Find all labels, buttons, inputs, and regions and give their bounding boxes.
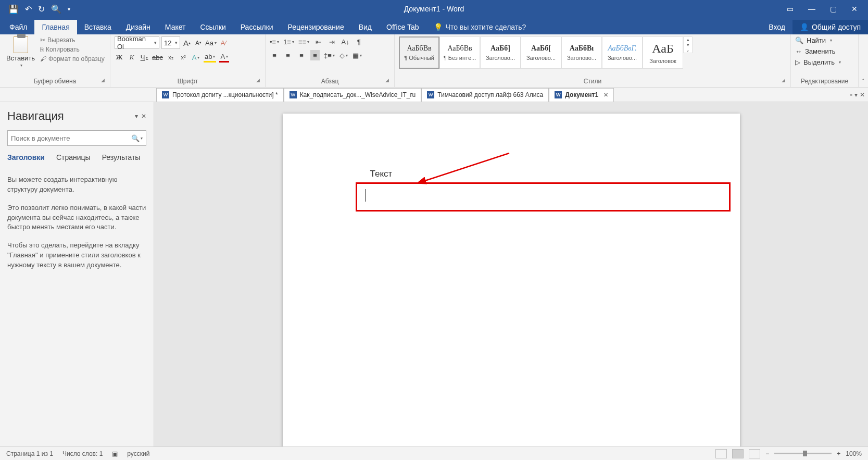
superscript-button[interactable]: x² [179, 52, 188, 63]
collapse-ribbon-icon[interactable]: ˄ [862, 78, 865, 85]
zoom-in-icon[interactable]: + [837, 450, 840, 457]
highlight-color-button[interactable]: ab▾ [204, 52, 216, 63]
status-word-count[interactable]: Число слов: 1 [62, 450, 103, 457]
shading-icon[interactable]: ◇▾ [339, 50, 348, 60]
style-tile-2[interactable]: АаБб]Заголово... [480, 36, 521, 69]
nav-close-icon[interactable]: ✕ [141, 113, 146, 120]
show-marks-icon[interactable]: ¶ [354, 36, 363, 47]
align-left-icon[interactable]: ≡ [270, 50, 279, 60]
ribbon-display-icon[interactable]: ▭ [787, 5, 794, 13]
grow-font-icon[interactable]: A▴ [182, 38, 192, 48]
status-language[interactable]: русский [127, 450, 149, 457]
nav-search[interactable]: 🔍▾ [7, 130, 146, 146]
tab-review[interactable]: Рецензирование [281, 20, 351, 34]
style-tile-1[interactable]: АаБбВв¶ Без инте... [439, 36, 480, 69]
document-area[interactable]: Текст [154, 102, 868, 460]
document-page[interactable]: Текст [283, 114, 740, 460]
clear-formatting-icon[interactable]: A⁄ [219, 38, 228, 48]
cut-button[interactable]: ✂Вырезать [40, 36, 105, 44]
decrease-indent-icon[interactable]: ⇤ [313, 36, 323, 47]
document-tab-0[interactable]: WПротокол допиту ...кциональности] * [156, 88, 284, 102]
maximize-icon[interactable]: ▢ [830, 5, 837, 13]
sort-icon[interactable]: A↓ [341, 36, 350, 47]
style-tile-0[interactable]: АаБбВв¶ Обычный [399, 36, 439, 69]
styles-scroll-icon[interactable]: ▴ [684, 37, 692, 42]
subscript-button[interactable]: x₂ [166, 52, 175, 63]
print-preview-icon[interactable]: 🔍 [51, 4, 61, 14]
copy-button[interactable]: ⎘Копировать [40, 46, 105, 53]
close-tab-icon[interactable]: ✕ [603, 92, 608, 98]
launcher-icon[interactable]: ◢ [256, 78, 260, 83]
view-read-icon[interactable] [715, 449, 727, 458]
strikethrough-button[interactable]: abc [152, 52, 163, 63]
tab-office-tab[interactable]: Office Tab [379, 20, 426, 34]
launcher-icon[interactable]: ◢ [385, 78, 389, 83]
align-center-icon[interactable]: ≡ [283, 50, 293, 60]
change-case-icon[interactable]: Aa▾ [205, 38, 217, 48]
italic-button[interactable]: К [127, 52, 136, 63]
status-page[interactable]: Страница 1 из 1 [6, 450, 53, 457]
bullets-icon[interactable]: •≡▾ [270, 36, 279, 47]
zoom-level[interactable]: 100% [846, 450, 862, 457]
nav-tab-pages[interactable]: Страницы [56, 153, 91, 161]
select-button[interactable]: ▷Выделить▾ [795, 58, 841, 66]
format-painter-button[interactable]: 🖌Формат по образцу [40, 55, 105, 63]
tab-insert[interactable]: Вставка [77, 20, 119, 34]
font-name-combo[interactable]: Bookman Ol▾ [115, 36, 159, 49]
close-doctab-icon[interactable]: ✕ [860, 91, 865, 98]
undo-icon[interactable]: ↶ [25, 4, 32, 14]
new-doc-icon[interactable]: ▫ [850, 91, 852, 98]
font-size-combo[interactable]: 12▾ [161, 36, 180, 49]
sign-in-button[interactable]: Вход [761, 20, 792, 34]
paste-button[interactable]: Вставить ▾ [4, 36, 37, 68]
zoom-slider[interactable] [774, 453, 832, 454]
bold-button[interactable]: Ж [115, 52, 124, 63]
launcher-icon[interactable]: ◢ [782, 78, 785, 83]
tab-layout[interactable]: Макет [158, 20, 193, 34]
launcher-icon[interactable]: ◢ [101, 78, 105, 83]
underline-button[interactable]: Ч▾ [140, 52, 149, 63]
minimize-icon[interactable]: — [808, 5, 815, 13]
document-tab-2[interactable]: WТимчасовий доступ лайф 663 Алиса [421, 88, 549, 102]
style-tile-4[interactable]: АаБбВıЗаголово... [561, 36, 602, 69]
text-effects-icon[interactable]: A▾ [191, 52, 200, 63]
redo-icon[interactable]: ↻ [38, 4, 45, 14]
doctab-dropdown-icon[interactable]: ▾ [854, 91, 858, 98]
style-tile-3[interactable]: АаБб[Заголово... [521, 36, 561, 69]
close-icon[interactable]: ✕ [851, 5, 858, 13]
tab-mailings[interactable]: Рассылки [233, 20, 281, 34]
style-tile-5[interactable]: АаБбВвГ.Заголово... [602, 36, 643, 69]
view-web-icon[interactable] [749, 449, 760, 458]
zoom-out-icon[interactable]: − [765, 450, 769, 457]
replace-button[interactable]: ↔Заменить [795, 47, 835, 55]
tell-me-search[interactable]: 💡 Что вы хотите сделать? [426, 20, 534, 34]
line-spacing-icon[interactable]: ‡≡▾ [324, 50, 335, 60]
nav-tab-headings[interactable]: Заголовки [7, 153, 45, 161]
view-print-icon[interactable] [732, 449, 744, 458]
search-icon[interactable]: 🔍 [131, 134, 140, 142]
borders-icon[interactable]: ▦▾ [353, 50, 362, 60]
style-tile-6[interactable]: АаБЗаголовок [643, 36, 683, 69]
increase-indent-icon[interactable]: ⇥ [327, 36, 336, 47]
styles-scroll-icon[interactable]: ▾ [684, 42, 692, 47]
styles-scroll-icon[interactable]: ⌄ [684, 47, 692, 53]
document-tab-1[interactable]: WКак_подписать_док..._WiseAdvice_IT_ru [284, 88, 422, 102]
numbering-icon[interactable]: 1≡▾ [283, 36, 294, 47]
nav-tab-results[interactable]: Результаты [102, 153, 141, 161]
font-color-button[interactable]: A▾ [219, 52, 229, 63]
tab-design[interactable]: Дизайн [119, 20, 158, 34]
find-button[interactable]: 🔍Найти▾ [795, 36, 832, 44]
qat-customize-icon[interactable]: ▾ [68, 6, 70, 12]
shrink-font-icon[interactable]: A▾ [194, 38, 203, 48]
save-icon[interactable]: 💾 [8, 4, 19, 14]
align-justify-icon[interactable]: ≡ [310, 50, 320, 60]
proofing-icon[interactable]: ▣ [112, 450, 118, 457]
tab-references[interactable]: Ссылки [193, 20, 233, 34]
nav-dropdown-icon[interactable]: ▾ [135, 113, 138, 120]
align-right-icon[interactable]: ≡ [297, 50, 306, 60]
document-tab-3[interactable]: WДокумент1✕ [549, 88, 614, 102]
tab-file[interactable]: Файл [0, 20, 34, 34]
tab-home[interactable]: Главная [34, 20, 77, 34]
tab-view[interactable]: Вид [351, 20, 379, 34]
share-button[interactable]: 👤 Общий доступ [792, 20, 868, 34]
